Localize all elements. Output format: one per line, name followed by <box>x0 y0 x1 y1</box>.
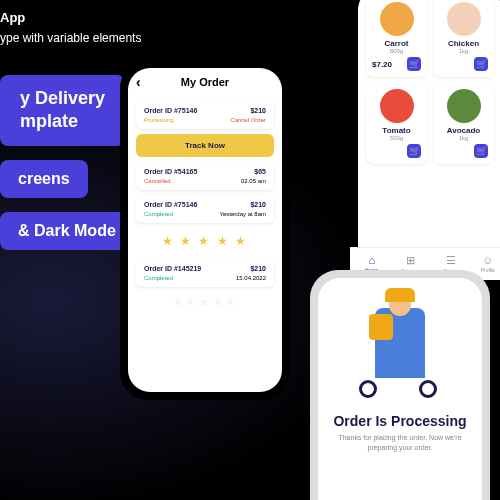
category-icon: ⊞ <box>401 254 421 267</box>
product-name: Tomato <box>372 126 421 135</box>
darkmode-pill: & Dark Mode <box>0 212 134 250</box>
product-weight: 800g <box>372 48 421 54</box>
processing-title: Order Is Processing <box>318 413 482 429</box>
add-to-cart-button[interactable]: 🛒 <box>407 57 421 71</box>
rating-stars[interactable]: ★ ★ ★ ★ ★ <box>128 228 282 254</box>
cancel-order-link[interactable]: Cancel Order <box>230 117 266 123</box>
courier-illustration <box>355 308 445 398</box>
track-now-button[interactable]: Track Now <box>136 134 274 157</box>
product-price: $7.20 <box>372 60 392 69</box>
order-card[interactable]: Order ID #145219$210 Completed15.04.2022 <box>136 259 274 287</box>
profile-icon: ☺ <box>481 254 495 266</box>
product-image <box>380 89 414 123</box>
status-badge: Completed <box>144 211 173 217</box>
product-image <box>447 2 481 36</box>
phone-my-order: ‹ My Order Order ID #75146$210 Processin… <box>120 60 290 400</box>
phone-processing: Order Is Processing Thanks for placing t… <box>310 270 490 500</box>
order-card[interactable]: Order ID #75146$210 CompletedYesterday a… <box>136 195 274 223</box>
status-badge: Processing <box>144 117 174 123</box>
product-image <box>380 2 414 36</box>
rating-stars-empty[interactable]: ☆ ☆ ☆ ☆ ☆ <box>128 292 282 313</box>
product-image <box>447 89 481 123</box>
order-card[interactable]: Order ID #75146$210 ProcessingCancel Ord… <box>136 101 274 129</box>
page-title: My Order <box>181 76 229 88</box>
order-card[interactable]: Order ID #54165$65 Cancelled02.05 am <box>136 162 274 190</box>
hero-title-pill: y Deliverymplate <box>0 75 125 146</box>
product-card[interactable]: Chicken1kg🛒 <box>433 0 494 77</box>
hero-subtitle: ype with variable elements <box>0 31 141 45</box>
orders-icon: ☰ <box>443 254 458 267</box>
add-to-cart-button[interactable]: 🛒 <box>407 144 421 158</box>
phone-products: Carrot800g$7.20🛒Chicken1kg🛒Tomato500g🛒Av… <box>350 0 500 280</box>
status-badge: Completed <box>144 275 173 281</box>
add-to-cart-button[interactable]: 🛒 <box>474 57 488 71</box>
add-to-cart-button[interactable]: 🛒 <box>474 144 488 158</box>
status-badge: Cancelled <box>144 178 171 184</box>
tab-profile[interactable]: ☺Profile <box>481 254 495 272</box>
product-card[interactable]: Carrot800g$7.20🛒 <box>366 0 427 77</box>
product-card[interactable]: Avocado1kg🛒 <box>433 83 494 164</box>
product-name: Carrot <box>372 39 421 48</box>
product-weight: 500g <box>372 135 421 141</box>
product-weight: 1kg <box>439 135 488 141</box>
home-icon: ⌂ <box>365 254 378 266</box>
product-name: Chicken <box>439 39 488 48</box>
hero-app-label: App <box>0 10 141 25</box>
product-card[interactable]: Tomato500g🛒 <box>366 83 427 164</box>
back-icon[interactable]: ‹ <box>136 74 141 90</box>
product-weight: 1kg <box>439 48 488 54</box>
product-name: Avocado <box>439 126 488 135</box>
screens-pill: creens <box>0 160 88 198</box>
processing-subtitle: Thanks for placing the order. Now we're … <box>318 433 482 453</box>
